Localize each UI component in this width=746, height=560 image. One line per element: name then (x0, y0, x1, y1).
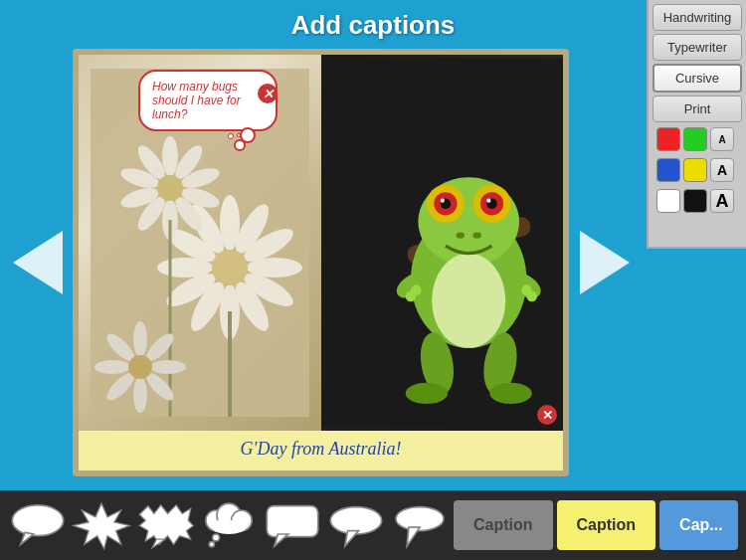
svg-point-24 (157, 175, 183, 201)
svg-point-46 (489, 383, 531, 404)
bubble-shape-4[interactable] (199, 500, 259, 550)
svg-point-29 (150, 360, 186, 374)
svg-point-45 (405, 383, 447, 404)
svg-rect-69 (212, 520, 246, 529)
svg-point-55 (456, 232, 464, 238)
caption-tab-2[interactable]: Caption (557, 500, 656, 550)
handwriting-button[interactable]: Handwriting (653, 4, 742, 31)
color-red[interactable] (656, 127, 680, 151)
speech-bubble: ✕ How many bugs should I have for lunch? (138, 70, 278, 131)
svg-point-58 (410, 284, 421, 295)
svg-point-14 (162, 136, 178, 176)
svg-point-70 (213, 534, 220, 541)
color-row-2: A (653, 156, 742, 184)
typewriter-button[interactable]: Typewriter (653, 34, 742, 61)
frog-scene (321, 55, 564, 431)
bubble-shape-5[interactable] (263, 500, 322, 550)
color-yellow[interactable] (683, 158, 707, 182)
color-green[interactable] (683, 127, 707, 151)
print-button[interactable]: Print (653, 95, 742, 122)
svg-point-61 (12, 505, 63, 536)
bubble-shape-1[interactable] (8, 500, 68, 550)
caption-text: G'Day from Australia! (241, 439, 402, 459)
svg-rect-72 (267, 506, 317, 537)
svg-point-13 (212, 250, 248, 285)
svg-point-71 (209, 542, 214, 547)
bubble-shape-6[interactable] (326, 500, 386, 550)
bottom-bar: Caption Caption Cap... (0, 490, 746, 560)
color-black[interactable] (683, 189, 707, 213)
left-arrow-area (10, 49, 65, 476)
svg-point-60 (526, 291, 537, 302)
svg-point-33 (94, 360, 130, 374)
speech-bubble-text: How many bugs should I have for lunch? (152, 80, 241, 121)
color-row-1: A (653, 125, 742, 153)
caption-bar[interactable]: G'Day from Australia! (79, 431, 563, 470)
svg-point-31 (133, 377, 147, 413)
bubble-close-button[interactable]: ✕ (258, 84, 278, 103)
right-arrow-area (577, 49, 632, 476)
svg-point-50 (440, 199, 444, 203)
font-size-medium[interactable]: A (710, 158, 734, 182)
caption-tab-1[interactable]: Caption (454, 500, 553, 550)
color-blue[interactable] (656, 158, 680, 182)
prev-button[interactable] (13, 231, 63, 294)
color-white[interactable] (656, 189, 680, 213)
svg-marker-73 (275, 534, 288, 546)
photo-frame: ✕ How many bugs should I have for lunch? (73, 49, 569, 476)
tools-panel: Handwriting Typewriter Cursive Print A A… (647, 0, 746, 249)
svg-point-40 (432, 254, 505, 348)
photo-inner: ✕ How many bugs should I have for lunch? (79, 55, 563, 431)
svg-point-56 (472, 232, 480, 238)
svg-point-35 (128, 355, 152, 379)
svg-point-54 (486, 199, 490, 203)
page-title: Add captions (0, 0, 746, 49)
svg-marker-64 (152, 539, 165, 548)
caption-tab-3[interactable]: Cap... (659, 500, 738, 550)
font-size-large[interactable]: A (710, 189, 734, 213)
main-area: ✕ How many bugs should I have for lunch? (0, 49, 746, 476)
left-photo-panel: ✕ How many bugs should I have for lunch? (79, 55, 321, 431)
svg-marker-63 (74, 503, 130, 548)
cursive-button[interactable]: Cursive (653, 64, 742, 93)
svg-marker-77 (407, 527, 420, 546)
svg-marker-75 (345, 531, 359, 546)
color-row-3: A (653, 187, 742, 215)
bubble-shape-3[interactable] (135, 500, 195, 550)
svg-marker-62 (21, 532, 34, 544)
svg-point-27 (133, 321, 147, 357)
right-close-button[interactable]: ✕ (537, 405, 557, 425)
bubble-shape-7[interactable] (390, 500, 450, 550)
bubble-shape-2[interactable] (72, 500, 131, 550)
right-photo-panel: ✕ (321, 55, 564, 431)
next-button[interactable] (580, 231, 630, 294)
font-size-small[interactable]: A (710, 127, 734, 151)
